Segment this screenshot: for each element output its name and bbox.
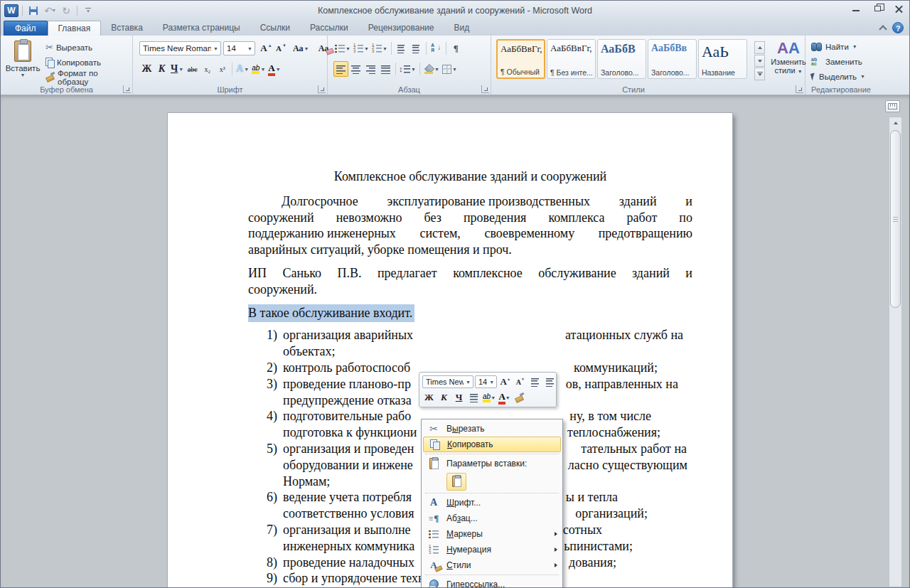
format-painter-button[interactable]: Формат по образцу <box>43 70 132 85</box>
help-icon[interactable]: ? <box>892 22 904 33</box>
minibar-shrink-font-button[interactable]: А▼ <box>513 375 527 389</box>
show-paragraph-marks-button[interactable]: ¶ <box>449 41 464 56</box>
undo-button[interactable]: ↶▾ <box>43 4 57 17</box>
ribbon-tab-home[interactable]: Главная <box>48 21 102 36</box>
bold-icon: Ж <box>424 392 434 403</box>
minibar-italic-button[interactable]: К <box>437 391 451 405</box>
title-bar: W ↶▾ ↻ ▾ Комплексное обслуживание зданий… <box>1 1 909 20</box>
text-selection[interactable]: В такое обслуживание входит. <box>248 304 414 322</box>
restore-button[interactable] <box>867 1 888 16</box>
context-menu-item-cut[interactable]: ✂Вырезать <box>423 421 561 437</box>
divider <box>446 42 446 55</box>
styles-scroll-up-button[interactable] <box>754 41 765 54</box>
dialog-launcher-icon[interactable] <box>318 85 326 93</box>
strikethrough-button[interactable]: abc <box>185 61 200 77</box>
styles-gallery-more-button[interactable] <box>754 68 765 80</box>
shrink-font-button[interactable]: А▼ <box>274 41 289 56</box>
minibar-font-name-combobox[interactable]: Times New Roman▼ <box>422 375 473 388</box>
font-color-button[interactable]: А▼ <box>267 61 282 77</box>
ribbon-tab-page-layout[interactable]: Разметка страницы <box>153 21 250 36</box>
minibar-font-size-combobox[interactable]: 14▼ <box>475 375 497 388</box>
increase-indent-button[interactable] <box>409 41 424 56</box>
minibar-bold-button[interactable]: Ж <box>422 391 436 405</box>
ribbon-tab-insert[interactable]: Вставка <box>101 21 153 36</box>
ribbon-tab-references[interactable]: Ссылки <box>250 21 300 36</box>
ruler-toggle-button[interactable] <box>885 100 900 112</box>
minibar-grow-font-button[interactable]: А▲ <box>498 375 512 389</box>
dialog-launcher-icon[interactable] <box>481 85 489 93</box>
numbering-icon <box>353 44 363 53</box>
ribbon-tab-mailings[interactable]: Рассылки <box>300 21 358 36</box>
save-button[interactable] <box>26 4 41 17</box>
minibar-decrease-indent-button[interactable] <box>528 375 542 389</box>
font-name-value: Times New Roman <box>143 44 211 53</box>
dialog-launcher-icon[interactable] <box>796 85 803 93</box>
scrollbar-thumb[interactable] <box>890 130 901 308</box>
font-name-combobox[interactable]: Times New Roman▼ <box>139 41 221 55</box>
paste-option-keep-text-button[interactable] <box>446 473 466 491</box>
find-button[interactable]: Найти▼ <box>810 39 867 54</box>
text-effects-button[interactable]: А▼ <box>235 61 250 77</box>
font-size-combobox[interactable]: 14▼ <box>223 41 255 55</box>
context-menu-item-bullets[interactable]: Маркеры <box>423 526 561 542</box>
styles-scroll-down-button[interactable] <box>754 55 765 68</box>
underline-button[interactable]: Ч▼ <box>169 61 185 77</box>
superscript-button[interactable]: х² <box>215 61 230 77</box>
context-menu-item-hyperlink[interactable]: Гиперссылка... <box>423 577 561 588</box>
copy-button[interactable]: Копировать <box>43 55 132 70</box>
chevron-down-icon: ▼ <box>382 46 387 51</box>
replace-button[interactable]: abacЗаменить <box>810 54 867 69</box>
ribbon-tab-review[interactable]: Рецензирование <box>358 21 444 36</box>
minibar-font-color-button[interactable]: А▼ <box>498 391 511 405</box>
multilevel-list-button[interactable]: ▼ <box>370 41 389 56</box>
align-left-button[interactable] <box>333 61 348 77</box>
context-menu-item-font[interactable]: АШрифт... <box>423 495 561 511</box>
style-card-heading2[interactable]: АаБбВвЗаголово... <box>648 39 697 79</box>
change-case-button[interactable]: Аа▼ <box>291 41 310 56</box>
subscript-button[interactable]: х₂ <box>200 61 215 77</box>
ribbon-tab-file[interactable]: Файл <box>4 21 48 36</box>
text-highlight-button[interactable]: ab▼ <box>250 61 267 77</box>
justify-button[interactable] <box>378 61 393 77</box>
context-menu-item-styles[interactable]: АСтили <box>423 557 561 573</box>
style-card-heading1[interactable]: АаБбВЗаголово... <box>597 39 646 79</box>
paste-button[interactable]: Вставить ▼ <box>6 39 39 85</box>
minibar-format-painter-button[interactable] <box>513 391 526 405</box>
context-menu-item-paragraph[interactable]: ¶Абзац... <box>423 511 561 526</box>
style-card-title[interactable]: АаЬНазвание <box>698 39 747 79</box>
minibar-increase-indent-button[interactable] <box>543 375 557 389</box>
shading-button[interactable]: ▼ <box>422 61 441 77</box>
dialog-launcher-icon[interactable] <box>123 85 131 93</box>
word-logo-icon[interactable]: W <box>4 4 18 17</box>
minibar-highlight-button[interactable]: ab▼ <box>482 391 496 405</box>
minibar-justify-button[interactable] <box>467 391 481 405</box>
minimize-button[interactable] <box>845 1 867 16</box>
borders-button[interactable]: ▼ <box>441 61 459 77</box>
ribbon-tab-view[interactable]: Вид <box>444 21 479 36</box>
sort-button[interactable] <box>429 41 444 56</box>
align-center-button[interactable] <box>348 61 363 77</box>
customize-qat-button[interactable]: ▾ <box>81 4 95 17</box>
numbering-button[interactable]: ▼ <box>352 41 370 56</box>
style-card-normal[interactable]: АаБбВвГг,¶ Обычный <box>496 39 545 79</box>
cut-button[interactable]: ✂Вырезать <box>43 40 132 55</box>
minibar-underline-button[interactable]: Ч <box>452 391 466 405</box>
bold-button[interactable]: Ж <box>139 61 154 77</box>
context-menu-item-numbering[interactable]: Нумерация <box>423 542 561 557</box>
format-painter-icon <box>515 393 524 402</box>
close-button[interactable] <box>888 1 909 16</box>
change-styles-button[interactable]: AA Изменить стили ▼ <box>766 39 810 83</box>
scroll-up-button[interactable] <box>889 117 901 128</box>
line-spacing-button[interactable]: ▼ <box>398 61 417 77</box>
grow-font-button[interactable]: А▲ <box>259 41 274 56</box>
style-card-no-spacing[interactable]: АаБбВвГг,¶ Без инте... <box>547 39 596 79</box>
minimize-ribbon-icon[interactable] <box>878 23 888 32</box>
context-menu-item-copy[interactable]: Копировать <box>423 437 561 452</box>
italic-button[interactable]: К <box>154 61 169 77</box>
align-right-button[interactable] <box>363 61 378 77</box>
select-button[interactable]: Выделить▼ <box>810 69 867 84</box>
vertical-scrollbar[interactable] <box>889 117 902 587</box>
repeat-button[interactable]: ↻ <box>59 4 73 17</box>
decrease-indent-button[interactable] <box>394 41 409 56</box>
bullets-button[interactable]: ▼ <box>333 41 352 56</box>
